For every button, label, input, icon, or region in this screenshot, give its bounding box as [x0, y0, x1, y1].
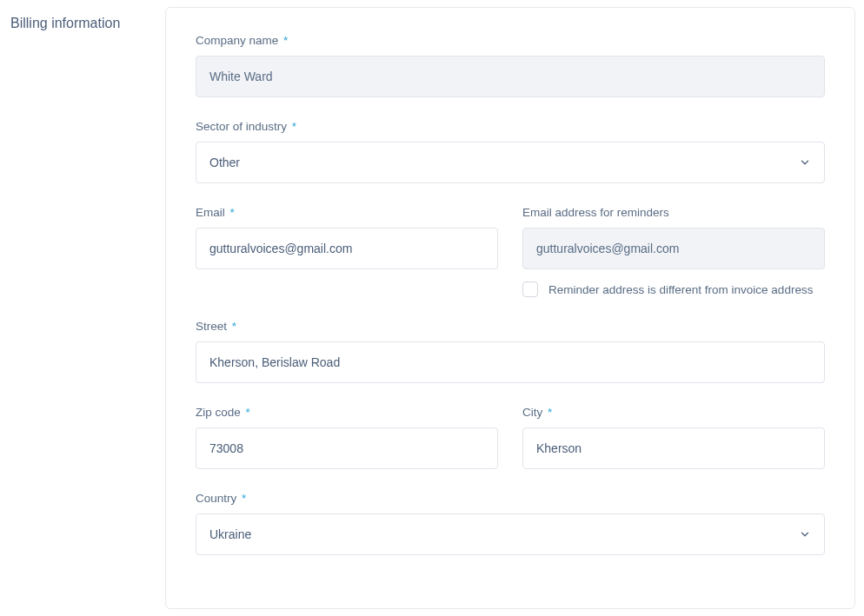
field-sector: Sector of industry * Other [196, 120, 825, 183]
company-name-label: Company name * [196, 34, 825, 47]
reminder-different-label: Reminder address is different from invoi… [548, 283, 813, 296]
company-name-label-text: Company name [196, 34, 278, 47]
required-mark: * [242, 492, 246, 505]
section-sidebar: Billing information [0, 0, 165, 616]
sector-select-value: Other [209, 156, 240, 169]
country-label-text: Country [196, 492, 236, 505]
zip-label-text: Zip code [196, 406, 241, 419]
billing-form-container: Billing information Company name * Secto… [0, 0, 864, 616]
sector-select[interactable]: Other [196, 142, 825, 183]
zip-input[interactable] [196, 427, 498, 469]
chevron-down-icon [799, 528, 811, 540]
required-mark: * [230, 206, 235, 219]
country-label: Country * [196, 492, 825, 505]
street-label: Street * [196, 320, 825, 333]
email-input[interactable] [196, 228, 498, 269]
field-country: Country * Ukraine [196, 492, 825, 555]
billing-form-panel: Company name * Sector of industry * Othe… [165, 7, 855, 609]
reminder-different-row: Reminder address is different from invoi… [522, 282, 825, 297]
city-label: City * [522, 406, 825, 419]
required-mark: * [292, 120, 296, 133]
zip-label: Zip code * [196, 406, 498, 419]
field-email-row: Email * Email address for reminders Remi… [196, 206, 825, 297]
required-mark: * [548, 406, 552, 419]
required-mark: * [283, 34, 288, 47]
email-label: Email * [196, 206, 498, 219]
chevron-down-icon [799, 156, 811, 169]
field-zip-city-row: Zip code * City * [196, 406, 825, 469]
field-street: Street * [196, 320, 825, 383]
city-label-text: City [522, 406, 542, 419]
reminder-email-label-text: Email address for reminders [522, 206, 669, 219]
field-zip: Zip code * [196, 406, 498, 469]
sector-label: Sector of industry * [196, 120, 825, 133]
reminder-different-checkbox[interactable] [522, 282, 538, 297]
required-mark: * [246, 406, 250, 419]
field-email: Email * [196, 206, 498, 297]
field-company-name: Company name * [196, 34, 825, 97]
reminder-email-input[interactable] [522, 228, 825, 269]
field-reminder-email: Email address for reminders Reminder add… [522, 206, 825, 297]
email-label-text: Email [196, 206, 225, 219]
sector-label-text: Sector of industry [196, 120, 287, 133]
street-input[interactable] [196, 341, 825, 383]
field-city: City * [522, 406, 825, 469]
street-label-text: Street [196, 320, 227, 333]
city-input[interactable] [522, 427, 825, 469]
section-title: Billing information [10, 16, 165, 31]
reminder-email-label: Email address for reminders [522, 206, 825, 219]
company-name-input[interactable] [196, 56, 825, 97]
country-select-value: Ukraine [209, 527, 251, 541]
country-select[interactable]: Ukraine [196, 513, 825, 555]
required-mark: * [232, 320, 236, 333]
